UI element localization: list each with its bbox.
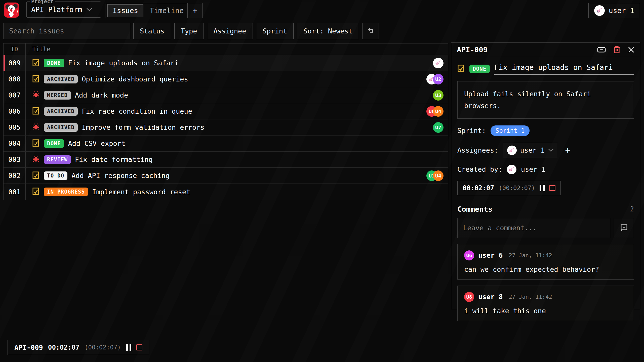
sort-button[interactable]: Sort: Newest [297, 23, 359, 39]
trash-icon [613, 46, 620, 54]
koala-logo-icon: ! [4, 3, 19, 18]
project-selector[interactable]: Project API Platform [26, 2, 101, 18]
status-badge: ARCHIVED [44, 123, 78, 132]
description-field[interactable]: Upload fails silently on Safari browsers… [457, 81, 634, 119]
column-header-title: Title [26, 43, 448, 55]
timer-issue-key: API-009 [14, 344, 43, 351]
table-row[interactable]: 004 DONE Add CSV export [4, 135, 448, 152]
stop-timer-button[interactable] [136, 344, 142, 350]
filter-status-button[interactable]: Status [133, 23, 171, 39]
filter-assignee-button[interactable]: Assignee [207, 23, 253, 39]
reset-filters-button[interactable] [362, 23, 379, 39]
table-row[interactable]: 007 MERGED Add dark mode U3 [4, 87, 448, 103]
issue-type-icon [32, 91, 40, 100]
assignee-avatars: U3 [433, 90, 444, 101]
issue-type-icon [32, 59, 40, 67]
sprint-label: Sprint: [457, 127, 486, 134]
close-icon [628, 47, 634, 53]
issue-detail-panel: API-009 [451, 42, 640, 309]
comment-input[interactable] [457, 218, 610, 238]
comment-text: can we confirm expected behavior? [464, 265, 627, 273]
timer-total: (00:02:07) [85, 344, 121, 351]
table-row[interactable]: 001 IN PROGRESS Implement password reset [4, 184, 448, 200]
issue-title: Fix image uploads on Safari [68, 59, 179, 67]
detail-header: API-009 [451, 42, 640, 57]
issue-id: 004 [4, 135, 26, 151]
assignee-avatars: U7 [433, 122, 444, 133]
stop-timer-button[interactable] [549, 185, 555, 191]
timer-elapsed: 00:02:07 [463, 184, 494, 192]
issue-id: 003 [4, 152, 26, 167]
assignee-select[interactable]: user 1 [503, 143, 558, 158]
tab-issues[interactable]: Issues [107, 4, 143, 17]
issue-title: Add CSV export [68, 140, 126, 147]
timer-total: (00:02:07) [499, 185, 535, 192]
table-row[interactable]: 006 ARCHIVED Fix race condition in queue… [4, 103, 448, 119]
table-row[interactable]: 009 DONE Fix image uploads on Safari [4, 55, 448, 71]
copy-link-button[interactable] [597, 47, 606, 53]
user-name: user 1 [609, 7, 634, 15]
issue-type-icon [32, 155, 40, 164]
task-checkbox-icon [32, 171, 40, 179]
assignee-avatar: U4 [433, 106, 444, 117]
assignee-avatars [433, 58, 444, 68]
status-badge: ARCHIVED [44, 75, 78, 83]
close-panel-button[interactable] [628, 47, 634, 53]
issue-timer: 00:02:07 (00:02:07) [457, 181, 561, 195]
filter-sprint-button[interactable]: Sprint [256, 23, 294, 39]
commenter-avatar: U6 [464, 250, 474, 260]
issue-type-icon [32, 188, 40, 196]
delete-issue-button[interactable] [613, 46, 620, 54]
add-tab-button[interactable]: + [187, 3, 203, 18]
status-badge: MERGED [44, 91, 71, 100]
bug-icon [32, 123, 40, 131]
search-input[interactable] [3, 23, 130, 39]
table-row[interactable]: 003 REVIEW Fix date formatting [4, 152, 448, 168]
table-row[interactable]: 005 ARCHIVED Improve form validation err… [4, 119, 448, 135]
issue-type-icon [32, 139, 40, 148]
sprint-chip[interactable]: Sprint 1 [491, 125, 530, 136]
table-row[interactable]: 008 ARCHIVED Optimize dashboard queries … [4, 71, 448, 87]
task-checkbox-icon [32, 107, 40, 115]
issue-id: 005 [4, 119, 26, 135]
commenter-name: user 6 [478, 251, 503, 259]
app-logo: ! [4, 3, 19, 18]
issue-title: Implement password reset [92, 188, 190, 196]
add-comment-icon [620, 224, 628, 232]
table-header: ID Title [4, 43, 448, 55]
issue-title: Add API response caching [71, 172, 170, 179]
assignee-avatars: U8U4 [426, 106, 444, 117]
issues-table: ID Title 009 DONE Fix image uploads on S… [3, 43, 448, 200]
issue-key: API-009 [457, 46, 488, 54]
issue-title: Fix date formatting [75, 156, 153, 163]
comment: U8 user 8 27 Jan, 11:42 i will take this… [457, 286, 634, 321]
status-badge: ARCHIVED [44, 107, 78, 116]
assignee-avatars: U2 [426, 74, 444, 84]
table-row[interactable]: 002 TO DO Add API response caching U7U4 [4, 168, 448, 184]
issue-title: Optimize dashboard queries [82, 75, 188, 83]
issue-title: Fix race condition in queue [82, 107, 192, 115]
issue-type-icon [32, 75, 40, 83]
pause-timer-button[interactable] [540, 185, 545, 191]
tab-timeline[interactable]: Timeline [144, 4, 189, 17]
task-checkbox-icon [32, 139, 40, 147]
issue-title-input[interactable]: Fix image uploads on Safari [494, 63, 634, 75]
status-badge: REVIEW [44, 155, 71, 164]
add-comment-button[interactable] [614, 218, 634, 238]
assignee-name: user 1 [520, 146, 545, 154]
comment: U6 user 6 27 Jan, 11:42 can we confirm e… [457, 244, 634, 280]
user-menu-button[interactable]: user 1 [588, 3, 640, 18]
assignee-avatar: U2 [433, 74, 444, 84]
filter-type-button[interactable]: Type [174, 23, 204, 39]
bug-icon [32, 155, 40, 163]
add-assignee-button[interactable]: + [562, 145, 573, 156]
user1-avatar [433, 58, 444, 68]
issue-title: Improve form validation errors [82, 123, 205, 131]
creator-name: user 1 [521, 165, 546, 173]
pause-timer-button[interactable] [126, 344, 131, 351]
issue-id: 008 [4, 71, 26, 87]
issue-id: 006 [4, 103, 26, 119]
issue-type-icon [32, 171, 40, 180]
task-checkbox-icon [32, 59, 40, 66]
status-badge: DONE [44, 139, 64, 148]
